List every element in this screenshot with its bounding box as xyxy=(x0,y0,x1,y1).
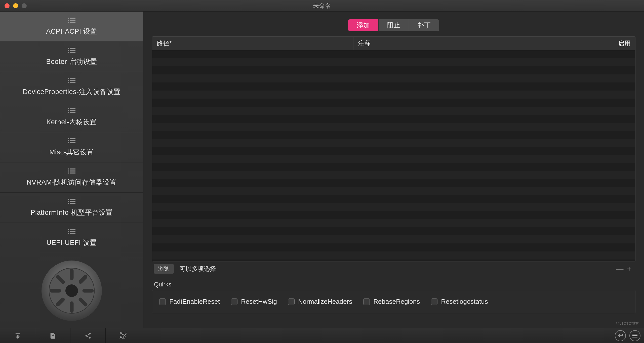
table-row[interactable] xyxy=(152,243,635,251)
table-row[interactable] xyxy=(152,82,635,91)
table-row[interactable] xyxy=(152,179,635,187)
export-button[interactable] xyxy=(35,328,70,343)
svg-rect-7 xyxy=(68,50,69,51)
checkbox-label: NormalizeHeaders xyxy=(298,298,352,306)
table-row[interactable] xyxy=(152,147,635,155)
sidebar-item-misc[interactable]: Misc-其它设置 xyxy=(0,132,143,162)
list-icon xyxy=(68,17,75,25)
tab-add[interactable]: 添加 xyxy=(348,19,379,31)
vault-dial-icon[interactable] xyxy=(40,259,103,322)
table-row[interactable] xyxy=(152,251,635,260)
svg-rect-25 xyxy=(68,140,69,141)
sidebar: ACPI-ACPI 设置 Booter-启动设置 DevicePropertie… xyxy=(0,12,143,328)
quirks-box: FadtEnableReset ResetHwSig NormalizeHead… xyxy=(152,290,635,313)
browse-button[interactable]: 浏览 xyxy=(153,264,174,274)
main-panel: 添加 阻止 补丁 路径* 注释 启用 xyxy=(143,12,644,328)
table-row[interactable] xyxy=(152,107,635,115)
zoom-window-button[interactable] xyxy=(22,3,27,8)
svg-rect-36 xyxy=(68,199,69,200)
list-icon xyxy=(68,77,75,85)
svg-rect-18 xyxy=(68,108,69,109)
svg-rect-26 xyxy=(68,142,69,143)
sidebar-item-label: UEFI-UEFI 设置 xyxy=(47,238,97,247)
svg-rect-35 xyxy=(70,173,75,174)
table-row[interactable] xyxy=(152,123,635,131)
checkbox-box[interactable] xyxy=(288,298,295,305)
table-row[interactable] xyxy=(152,235,635,243)
checkbox-fadtenablereset[interactable]: FadtEnableReset xyxy=(159,298,220,306)
table-row[interactable] xyxy=(152,171,635,179)
list-icon xyxy=(68,47,75,55)
table-body[interactable] xyxy=(152,50,635,262)
svg-rect-12 xyxy=(68,78,69,79)
sidebar-item-label: ACPI-ACPI 设置 xyxy=(46,27,97,36)
table-row[interactable] xyxy=(152,260,635,262)
paypal-button[interactable]: Pay Pal xyxy=(106,328,141,343)
share-button[interactable] xyxy=(70,328,106,343)
table-row[interactable] xyxy=(152,74,635,82)
table-row[interactable] xyxy=(152,219,635,227)
sidebar-item-label: DeviceProperties-注入设备设置 xyxy=(23,87,120,96)
add-row-button[interactable]: + xyxy=(627,265,631,273)
checkbox-box[interactable] xyxy=(159,298,166,305)
col-path[interactable]: 路径* xyxy=(152,37,353,50)
menu-button[interactable] xyxy=(629,330,640,341)
table-row[interactable] xyxy=(152,66,635,74)
svg-rect-61 xyxy=(632,337,637,337)
svg-rect-30 xyxy=(68,168,69,169)
checkbox-resethwsig[interactable]: ResetHwSig xyxy=(231,298,277,306)
svg-rect-42 xyxy=(68,229,69,230)
table-row[interactable] xyxy=(152,99,635,107)
table-row[interactable] xyxy=(152,115,635,123)
svg-rect-38 xyxy=(68,203,69,204)
checkbox-rebaseregions[interactable]: RebaseRegions xyxy=(363,298,420,306)
sidebar-item-kernel[interactable]: Kernel-内核设置 xyxy=(0,102,143,132)
back-button[interactable] xyxy=(615,330,626,341)
table-row[interactable] xyxy=(152,227,635,235)
table-row[interactable] xyxy=(152,91,635,99)
table-row[interactable] xyxy=(152,211,635,219)
checkbox-box[interactable] xyxy=(431,298,437,305)
sidebar-item-label: NVRAM-随机访问存储器设置 xyxy=(27,178,116,187)
remove-row-button[interactable]: — xyxy=(616,265,623,273)
table-row[interactable] xyxy=(152,195,635,203)
svg-rect-21 xyxy=(70,108,75,109)
svg-rect-0 xyxy=(68,18,69,19)
table-row[interactable] xyxy=(152,50,635,58)
svg-rect-23 xyxy=(70,112,75,113)
col-comment[interactable]: 注释 xyxy=(353,37,585,50)
table-row[interactable] xyxy=(152,155,635,163)
checkbox-label: FadtEnableReset xyxy=(169,298,220,306)
close-window-button[interactable] xyxy=(5,3,10,8)
table-footer: 浏览 可以多项选择 — + xyxy=(152,262,635,276)
sidebar-item-platforminfo[interactable]: PlatformInfo-机型平台设置 xyxy=(0,193,143,223)
tab-patch[interactable]: 补丁 xyxy=(409,19,439,31)
sidebar-item-booter[interactable]: Booter-启动设置 xyxy=(0,42,143,72)
window-title: 未命名 xyxy=(313,2,331,10)
svg-rect-34 xyxy=(70,170,75,172)
footer-hint: 可以多项选择 xyxy=(180,265,216,273)
import-button[interactable] xyxy=(0,328,35,343)
table-row[interactable] xyxy=(152,203,635,211)
table-row[interactable] xyxy=(152,131,635,139)
checkbox-box[interactable] xyxy=(231,298,237,305)
svg-rect-9 xyxy=(70,48,75,49)
sidebar-item-deviceproperties[interactable]: DeviceProperties-注入设备设置 xyxy=(0,72,143,102)
sidebar-item-uefi[interactable]: UEFI-UEFI 设置 xyxy=(0,223,143,253)
col-enable[interactable]: 启用 xyxy=(585,37,635,50)
tab-block[interactable]: 阻止 xyxy=(379,19,409,31)
sidebar-item-acpi[interactable]: ACPI-ACPI 设置 xyxy=(0,12,143,42)
checkbox-normalizeheaders[interactable]: NormalizeHeaders xyxy=(288,298,352,306)
svg-rect-8 xyxy=(68,52,69,53)
table-row[interactable] xyxy=(152,187,635,195)
sidebar-item-nvram[interactable]: NVRAM-随机访问存储器设置 xyxy=(0,162,143,193)
checkbox-box[interactable] xyxy=(363,298,370,305)
checkbox-resetlogostatus[interactable]: Resetlogostatus xyxy=(431,298,488,306)
table-row[interactable] xyxy=(152,58,635,66)
table-header: 路径* 注释 启用 xyxy=(152,37,635,50)
table-row[interactable] xyxy=(152,139,635,147)
minimize-window-button[interactable] xyxy=(13,3,18,8)
svg-rect-5 xyxy=(70,22,75,23)
checkbox-label: RebaseRegions xyxy=(373,298,420,306)
table-row[interactable] xyxy=(152,163,635,171)
